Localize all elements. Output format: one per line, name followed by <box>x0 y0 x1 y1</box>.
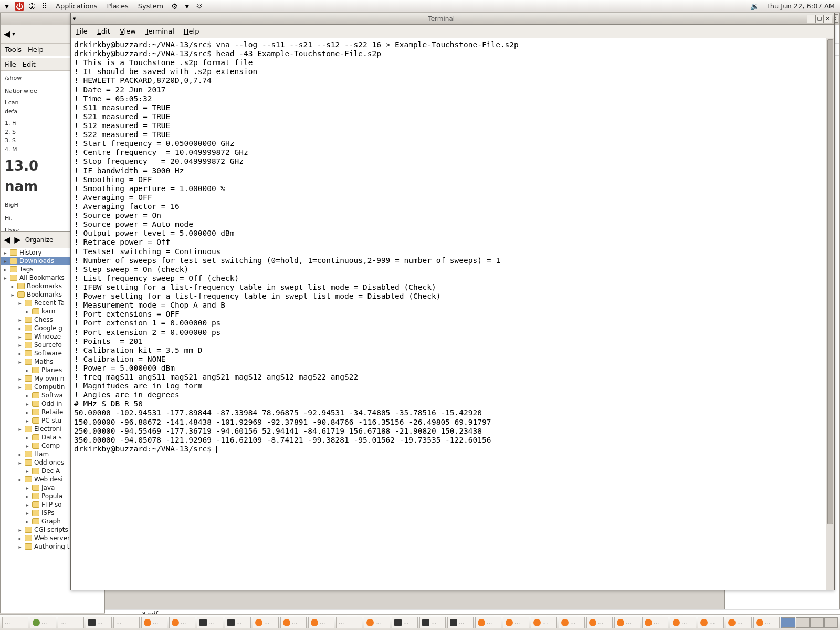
taskbar-item[interactable]: ... <box>197 617 223 628</box>
expand-icon[interactable]: ▸ <box>17 536 23 541</box>
expand-icon[interactable]: ▸ <box>17 326 23 331</box>
expand-icon[interactable]: ▸ <box>25 401 30 407</box>
menu-file[interactable]: File <box>5 60 16 68</box>
expand-icon[interactable]: ▸ <box>25 309 30 314</box>
expand-icon[interactable]: ▸ <box>3 250 8 256</box>
expand-icon[interactable]: ▸ <box>25 502 30 508</box>
menu-view[interactable]: View <box>120 27 136 35</box>
apps-icon[interactable]: ⠿ <box>40 2 49 11</box>
panel-menu-icon[interactable]: ▾ <box>2 2 12 11</box>
forward-icon[interactable]: ▶ <box>14 235 20 245</box>
menu-terminal[interactable]: Terminal <box>145 27 174 35</box>
expand-icon[interactable]: ▸ <box>3 258 8 264</box>
expand-icon[interactable]: ▸ <box>10 284 15 289</box>
expand-icon[interactable]: ▸ <box>17 334 23 340</box>
expand-icon[interactable]: ▸ <box>17 460 23 466</box>
taskbar-item[interactable]: ... <box>364 617 390 628</box>
applications-menu[interactable]: Applications <box>52 2 100 10</box>
taskbar-item[interactable]: ... <box>475 617 501 628</box>
back-icon[interactable]: ◀ <box>4 29 10 39</box>
expand-icon[interactable]: ▸ <box>25 485 30 491</box>
terminal-body[interactable]: drkirkby@buzzard:~/VNA-13/src$ vna --log… <box>71 38 834 590</box>
minimize-button[interactable]: – <box>807 15 815 23</box>
taskbar-item[interactable]: ... <box>559 617 585 628</box>
terminal-scrollbar[interactable] <box>826 38 834 590</box>
taskbar-item[interactable]: ... <box>58 617 84 628</box>
expand-icon[interactable]: ▸ <box>25 443 30 449</box>
dropdown-icon[interactable]: ▾ <box>12 30 15 37</box>
expand-icon[interactable]: ▸ <box>17 527 23 533</box>
clock[interactable]: Thu Jun 22, 6:07 AM <box>763 2 838 10</box>
taskbar-item[interactable]: ... <box>419 617 446 628</box>
taskbar-item[interactable]: ... <box>253 617 279 628</box>
expand-icon[interactable]: ▸ <box>3 267 8 272</box>
expand-icon[interactable]: ▸ <box>17 317 23 323</box>
taskbar-item[interactable]: ... <box>726 617 752 628</box>
taskbar-item[interactable]: ... <box>392 617 418 628</box>
tray-icon-1[interactable]: ⚙ <box>170 2 179 11</box>
expand-icon[interactable]: ▸ <box>17 426 23 432</box>
expand-icon[interactable]: ▸ <box>25 435 30 440</box>
taskbar-item[interactable]: ... <box>113 617 140 628</box>
taskbar-item[interactable]: ... <box>169 617 195 628</box>
expand-icon[interactable]: ▸ <box>25 368 30 373</box>
update-icon[interactable]: 🛈 <box>27 2 37 11</box>
workspace-1[interactable] <box>782 617 795 628</box>
system-menu[interactable]: System <box>135 2 166 10</box>
tray-icon-3[interactable]: ⛭ <box>195 2 204 11</box>
taskbar-item[interactable]: ... <box>531 617 557 628</box>
taskbar-item[interactable]: ... <box>586 617 613 628</box>
expand-icon[interactable]: ▸ <box>17 300 23 306</box>
expand-icon[interactable]: ▸ <box>17 477 23 482</box>
menu-tools[interactable]: Tools <box>5 46 22 54</box>
expand-icon[interactable]: ▸ <box>17 342 23 348</box>
taskbar-item[interactable]: ... <box>447 617 474 628</box>
expand-icon[interactable]: ▸ <box>17 376 23 382</box>
workspace-4[interactable] <box>824 617 838 628</box>
taskbar-item[interactable]: ... <box>614 617 640 628</box>
expand-icon[interactable]: ▸ <box>25 410 30 415</box>
maximize-button[interactable]: ▢ <box>815 15 824 23</box>
expand-icon[interactable]: ▸ <box>25 494 30 499</box>
taskbar-item[interactable]: ... <box>280 617 307 628</box>
taskbar-item[interactable]: ... <box>225 617 251 628</box>
expand-icon[interactable]: ▸ <box>3 275 8 281</box>
expand-icon[interactable]: ▸ <box>10 292 15 298</box>
workspace-3[interactable] <box>810 617 824 628</box>
expand-icon[interactable]: ▸ <box>17 359 23 365</box>
expand-icon[interactable]: ▸ <box>25 418 30 424</box>
expand-icon[interactable]: ▸ <box>25 468 30 474</box>
taskbar-item[interactable]: ... <box>698 617 724 628</box>
expand-icon[interactable]: ▸ <box>17 384 23 390</box>
taskbar-item[interactable]: ... <box>308 617 334 628</box>
menu-help[interactable]: Help <box>184 27 200 35</box>
taskbar-item[interactable]: ... <box>503 617 529 628</box>
scrollbar-thumb[interactable] <box>827 39 833 524</box>
expand-icon[interactable]: ▸ <box>25 519 30 524</box>
expand-icon[interactable]: ▸ <box>25 393 30 398</box>
workspace-switcher[interactable] <box>782 617 838 628</box>
taskbar-item[interactable]: ... <box>86 617 112 628</box>
workspace-2[interactable] <box>796 617 810 628</box>
menu-file[interactable]: FFileile <box>76 27 88 35</box>
taskbar-item[interactable]: ... <box>642 617 668 628</box>
tray-icon-2[interactable]: ▾ <box>182 2 192 11</box>
taskbar-item[interactable]: ... <box>670 617 696 628</box>
volume-icon[interactable]: 🔉 <box>750 2 760 11</box>
organize-button[interactable]: Organize <box>25 236 54 244</box>
taskbar-item[interactable]: ... <box>336 617 362 628</box>
taskbar-item[interactable]: ... <box>141 617 167 628</box>
places-menu[interactable]: Places <box>103 2 131 10</box>
power-icon[interactable]: ⏻ <box>15 2 24 11</box>
expand-icon[interactable]: ▸ <box>25 510 30 516</box>
menu-edit[interactable]: Edit <box>23 60 36 68</box>
expand-icon[interactable]: ▸ <box>17 544 23 550</box>
taskbar-item[interactable]: ... <box>753 617 780 628</box>
expand-icon[interactable]: ▸ <box>17 452 23 457</box>
taskbar-item[interactable]: ... <box>30 617 56 628</box>
taskbar-item[interactable]: ... <box>2 617 28 628</box>
menu-edit[interactable]: Edit <box>97 27 110 35</box>
back-icon[interactable]: ◀ <box>4 235 10 245</box>
close-button[interactable]: ✕ <box>824 15 832 23</box>
menu-help[interactable]: Help <box>28 46 44 54</box>
